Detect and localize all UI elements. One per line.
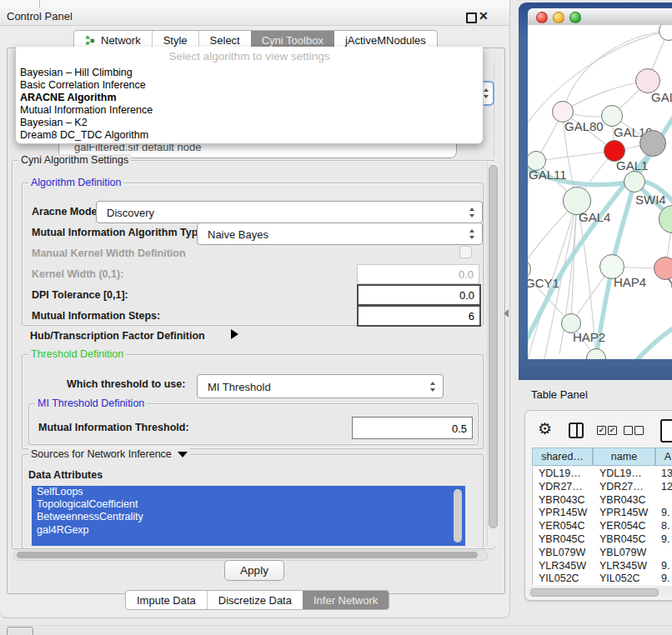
tab-label: Select	[210, 34, 240, 47]
table-cell: 13	[661, 468, 672, 479]
dropdown-item[interactable]: Mutual Information Inference	[16, 104, 483, 117]
network-node-gal10[interactable]	[601, 105, 623, 127]
table-cell: YIL052C	[599, 572, 640, 584]
minimize-traffic-light[interactable]	[553, 12, 564, 23]
collapse-arrow-icon	[178, 452, 188, 458]
mi-steps-field[interactable]: 6	[357, 305, 481, 327]
table-row[interactable]: YLR345WYLR345W9.	[533, 559, 672, 572]
minimized-panel-button[interactable]	[7, 627, 33, 635]
select-all-checkbox-icon[interactable]: ✓	[608, 426, 617, 435]
table-cell: YBR045C	[539, 533, 585, 545]
column-header-name[interactable]: name	[593, 448, 655, 466]
control-panel-titlebar	[0, 8, 509, 26]
dropdown-item[interactable]: Bayesian – K2	[16, 117, 483, 129]
algorithm-definition-title: Algorithm Definition	[28, 177, 123, 188]
zoom-traffic-light[interactable]	[569, 12, 581, 23]
apply-button[interactable]: Apply	[224, 560, 284, 581]
column-header-shared-name[interactable]: shared…	[532, 448, 593, 466]
which-threshold-combo[interactable]: MI Threshold	[197, 374, 444, 398]
data-attributes-label: Data Attributes	[28, 469, 103, 481]
table-row[interactable]: YIL052CYIL052C9.	[533, 572, 672, 585]
dropdown-item[interactable]: Bayesian – Hill Climbing	[16, 67, 483, 79]
network-canvas[interactable]: GALGAL80GAL10GAL1GAL11SWI4GAL4GCY1HAP4YH…	[528, 25, 672, 359]
deselect-all-checkbox-icon[interactable]	[634, 426, 644, 435]
tab-label: Cyni Toolbox	[262, 34, 323, 47]
kernel-width-field[interactable]: 0.0	[357, 264, 479, 284]
panel-collapse-handle[interactable]	[504, 309, 509, 318]
status-strip	[0, 625, 672, 635]
group-border-fragment	[494, 63, 494, 157]
table-row[interactable]: YER054CYER054C8.	[533, 519, 672, 532]
which-threshold-value: MI Threshold	[208, 380, 271, 392]
attribute-list-item[interactable]: gal4RGexp	[32, 524, 465, 537]
mi-type-value: Naive Bayes	[208, 228, 268, 240]
select-all-checkbox-icon[interactable]: ✓	[597, 426, 606, 435]
which-threshold-label: Which threshold to use:	[67, 378, 185, 390]
table-cell: 9.	[661, 533, 669, 545]
table-cell: 9.	[661, 507, 669, 518]
deselect-all-checkbox-icon[interactable]	[624, 426, 633, 435]
table-row[interactable]: YDL19…YDL19…13	[533, 467, 672, 480]
table-cell: YDR27…	[599, 481, 644, 492]
node-label: HAP4	[614, 275, 646, 289]
network-node-swi4[interactable]	[624, 171, 645, 192]
mi-steps-label: Mutual Information Steps:	[32, 310, 160, 322]
float-icon[interactable]	[466, 12, 477, 23]
attribute-list-item[interactable]: SelfLoops	[32, 486, 465, 498]
network-node[interactable]	[639, 130, 666, 157]
aracne-mode-combo[interactable]: Discovery	[96, 201, 483, 223]
table-row[interactable]: YBR043CYBR043C	[533, 493, 672, 507]
expand-arrow-icon[interactable]	[231, 329, 238, 339]
dropdown-item[interactable]: Basic Correlation Inference	[16, 79, 483, 92]
table-cell: YPR145W	[539, 507, 587, 518]
table-cell: YIL052C	[539, 572, 579, 584]
bottom-tab-bar: Impute DataDiscretize DataInfer Network	[125, 590, 389, 610]
gear-icon[interactable]: ⚙	[538, 421, 552, 437]
data-attributes-list[interactable]: SelfLoopsTopologicalCoefficientBetweenne…	[32, 486, 465, 546]
aracne-mode-label: Aracne Mode:	[32, 206, 101, 218]
table-cell: YBR045C	[599, 533, 646, 545]
node-label: GCY1	[528, 276, 559, 290]
node-label: GAL	[651, 90, 672, 104]
table-cell: 8.	[661, 520, 669, 532]
table-hscrollbar-thumb[interactable]	[530, 588, 659, 597]
tab-label: jActiveMNodules	[345, 34, 426, 47]
mi-threshold-field[interactable]: 0.5	[352, 417, 473, 439]
dpi-tolerance-field[interactable]: 0.0	[357, 284, 481, 306]
table-cell: YPR145W	[599, 507, 648, 518]
close-icon[interactable]: ✕	[479, 9, 489, 22]
table-panel-title: Table Panel	[531, 388, 588, 401]
table-row[interactable]: YBR045CYBR045C9.	[533, 532, 672, 546]
table-row[interactable]: YBL079WYBL079W	[533, 546, 672, 559]
mi-type-combo[interactable]: Naive Bayes	[197, 222, 483, 245]
columns-icon[interactable]	[569, 422, 584, 438]
mi-threshold-title: MI Threshold Definition	[35, 398, 147, 409]
tab-impute-data[interactable]: Impute Data	[126, 591, 207, 609]
dropdown-item[interactable]: Dream8 DC_TDC Algorithm	[16, 129, 483, 142]
sources-title[interactable]: Sources for Network Inference	[28, 448, 190, 460]
dpi-tolerance-label: DPI Tolerance [0,1]:	[32, 289, 128, 301]
table-row[interactable]: YDR27…YDR27…12	[533, 480, 672, 493]
tab-label: Network	[101, 34, 141, 47]
close-traffic-light[interactable]	[536, 12, 548, 23]
manual-kernel-checkbox[interactable]	[459, 246, 472, 258]
screen: Control Panel ✕ NetworkStyleSelectCyni T…	[0, 0, 672, 635]
table-row[interactable]: YPR145WYPR145W9.	[533, 506, 672, 519]
settings-hscrollbar-thumb[interactable]	[17, 552, 478, 558]
dropdown-item-list: Bayesian – Hill ClimbingBasic Correlatio…	[16, 67, 483, 142]
hub-section-label: Hub/Transcription Factor Definition	[30, 330, 205, 342]
settings-vscrollbar-thumb[interactable]	[489, 165, 498, 528]
tab-infer-network[interactable]: Infer Network	[303, 591, 389, 609]
tab-discretize-data[interactable]: Discretize Data	[207, 591, 303, 609]
column-header-clipped[interactable]: A	[655, 448, 672, 466]
attribute-list-item[interactable]: TopologicalCoefficient	[32, 498, 465, 511]
dropdown-item[interactable]: ARACNE Algorithm	[16, 92, 483, 104]
attribute-list-item[interactable]: BetweennessCentrality	[32, 511, 465, 523]
control-panel-title: Control Panel	[7, 10, 73, 22]
algorithm-dropdown-popup: Select algorithm to view settings Bayesi…	[15, 47, 484, 144]
attributes-scrollbar-thumb[interactable]	[454, 489, 462, 542]
network-window-titlebar[interactable]	[528, 8, 672, 26]
kernel-width-label: Kernel Width (0,1):	[32, 268, 123, 280]
table-function-icon[interactable]	[660, 419, 672, 442]
table-cell: YER054C	[599, 520, 646, 532]
